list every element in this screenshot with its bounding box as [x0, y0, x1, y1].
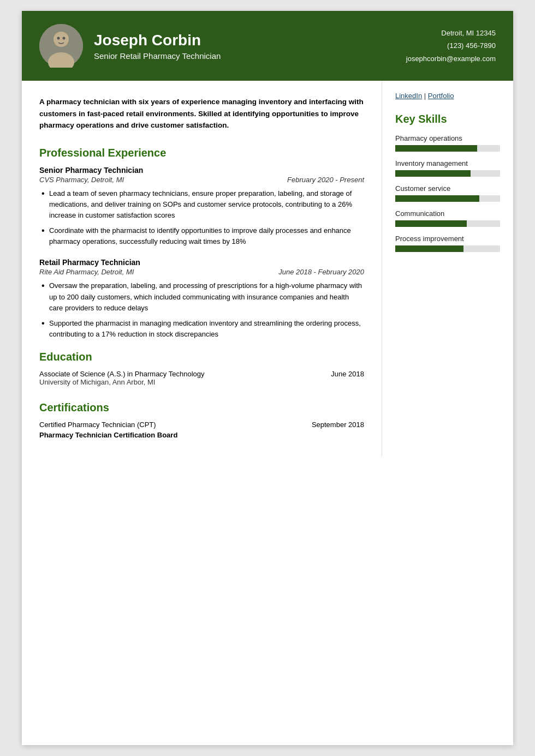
cert-1-issuer: Pharmacy Technician Certification Board — [39, 431, 364, 439]
job-2-bullet-1: Oversaw the preparation, labeling, and p… — [39, 280, 364, 313]
job-1-date: February 2020 - Present — [287, 176, 364, 184]
job-1-bullets: Lead a team of seven pharmacy technician… — [39, 188, 364, 248]
skills-title: Key Skills — [395, 113, 500, 125]
skill-3-name: Customer service — [395, 184, 500, 193]
avatar — [39, 24, 83, 68]
job-1-bullet-2: Coordinate with the pharmacist to identi… — [39, 225, 364, 247]
summary-text: A pharmacy technician with six years of … — [39, 96, 364, 131]
svg-point-3 — [57, 37, 60, 40]
skill-3-bar-fill — [395, 195, 479, 202]
contact-address: Detroit, MI 12345 — [406, 27, 496, 39]
skill-4: Communication — [395, 209, 500, 227]
skill-3: Customer service — [395, 184, 500, 202]
sidebar-links: LinkedIn | Portfolio — [395, 92, 500, 100]
skill-1-bar-bg — [395, 145, 500, 152]
links-separator: | — [424, 92, 428, 100]
cert-1-row: Certified Pharmacy Technician (CPT) Sept… — [39, 421, 364, 429]
summary-section: A pharmacy technician with six years of … — [39, 96, 364, 131]
header-left: Joseph Corbin Senior Retail Pharmacy Tec… — [39, 24, 221, 68]
contact-phone: (123) 456-7890 — [406, 39, 496, 52]
job-1-bullet-1: Lead a team of seven pharmacy technician… — [39, 188, 364, 221]
experience-title: Professional Experience — [39, 147, 364, 159]
skill-2-bar-fill — [395, 170, 471, 177]
education-title: Education — [39, 351, 364, 363]
candidate-title: Senior Retail Pharmacy Technician — [94, 51, 221, 61]
skill-4-bar-fill — [395, 220, 467, 227]
job-2-header: Rite Aid Pharmacy, Detroit, MI June 2018… — [39, 268, 364, 276]
portfolio-link[interactable]: Portfolio — [428, 92, 454, 100]
skill-2: Inventory management — [395, 159, 500, 177]
education-section: Education Associate of Science (A.S.) in… — [39, 351, 364, 386]
sidebar-column: LinkedIn | Portfolio Key Skills Pharmacy… — [382, 81, 513, 457]
job-2-company: Rite Aid Pharmacy, Detroit, MI — [39, 268, 134, 276]
skill-1-name: Pharmacy operations — [395, 134, 500, 142]
skill-5-bar-bg — [395, 245, 500, 252]
resume-body: A pharmacy technician with six years of … — [22, 81, 513, 457]
edu-1: Associate of Science (A.S.) in Pharmacy … — [39, 370, 364, 386]
job-1: Senior Pharmacy Technician CVS Pharmacy,… — [39, 166, 364, 248]
certifications-section: Certifications Certified Pharmacy Techni… — [39, 401, 364, 439]
svg-point-4 — [63, 37, 66, 40]
resume-container: Joseph Corbin Senior Retail Pharmacy Tec… — [22, 11, 513, 745]
header-contact: Detroit, MI 12345 (123) 456-7890 josephc… — [406, 27, 496, 65]
skill-5-bar-fill — [395, 245, 463, 252]
job-2: Retail Pharmacy Technician Rite Aid Phar… — [39, 258, 364, 340]
edu-1-row: Associate of Science (A.S.) in Pharmacy … — [39, 370, 364, 378]
job-2-bullets: Oversaw the preparation, labeling, and p… — [39, 280, 364, 340]
skill-5-name: Process improvement — [395, 235, 500, 243]
job-2-date: June 2018 - February 2020 — [278, 268, 364, 276]
job-2-title: Retail Pharmacy Technician — [39, 258, 364, 267]
skill-1: Pharmacy operations — [395, 134, 500, 152]
contact-email: josephcorbin@example.com — [406, 52, 496, 65]
skill-1-bar-fill — [395, 145, 477, 152]
skill-2-name: Inventory management — [395, 159, 500, 167]
candidate-name: Joseph Corbin — [94, 32, 221, 49]
job-1-title: Senior Pharmacy Technician — [39, 166, 364, 175]
cert-1-date: September 2018 — [312, 421, 364, 429]
main-column: A pharmacy technician with six years of … — [22, 81, 382, 457]
skill-4-bar-bg — [395, 220, 500, 227]
job-1-header: CVS Pharmacy, Detroit, MI February 2020 … — [39, 176, 364, 184]
job-2-bullet-2: Supported the pharmacist in managing med… — [39, 318, 364, 340]
svg-point-1 — [54, 32, 69, 47]
certifications-title: Certifications — [39, 401, 364, 414]
linkedin-link[interactable]: LinkedIn — [395, 92, 422, 100]
skill-5: Process improvement — [395, 235, 500, 252]
edu-1-date: June 2018 — [331, 370, 364, 378]
header-name-block: Joseph Corbin Senior Retail Pharmacy Tec… — [94, 32, 221, 61]
edu-1-school: University of Michigan, Ann Arbor, MI — [39, 378, 364, 386]
skill-3-bar-bg — [395, 195, 500, 202]
cert-1-name: Certified Pharmacy Technician (CPT) — [39, 421, 156, 429]
job-1-company: CVS Pharmacy, Detroit, MI — [39, 176, 124, 184]
edu-1-degree: Associate of Science (A.S.) in Pharmacy … — [39, 370, 205, 378]
skills-container: Pharmacy operations Inventory management… — [395, 134, 500, 252]
skills-section: Key Skills Pharmacy operations Inventory… — [395, 113, 500, 252]
skill-2-bar-bg — [395, 170, 500, 177]
skill-4-name: Communication — [395, 209, 500, 218]
experience-section: Professional Experience Senior Pharmacy … — [39, 147, 364, 340]
resume-header: Joseph Corbin Senior Retail Pharmacy Tec… — [22, 11, 513, 81]
cert-1: Certified Pharmacy Technician (CPT) Sept… — [39, 421, 364, 439]
